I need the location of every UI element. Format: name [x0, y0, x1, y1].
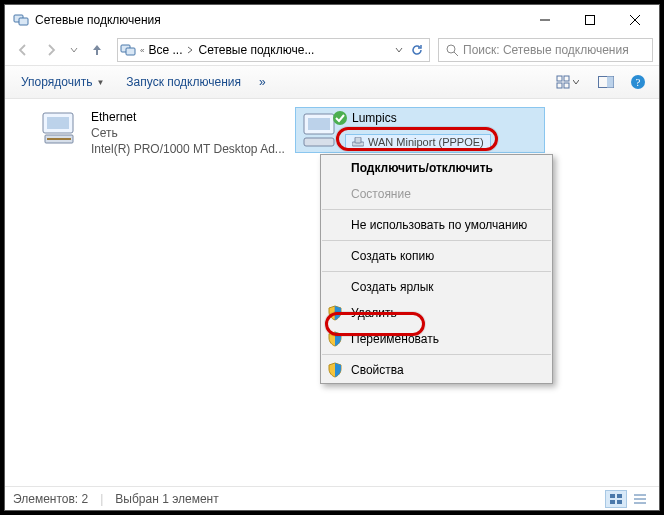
item-name: Ethernet [91, 109, 285, 125]
svg-rect-29 [617, 494, 622, 498]
search-input[interactable]: Поиск: Сетевые подключения [438, 38, 653, 62]
svg-rect-31 [617, 500, 622, 504]
network-icon [13, 12, 29, 28]
status-elements: Элементов: 2 [13, 492, 88, 506]
search-placeholder: Поиск: Сетевые подключения [463, 43, 629, 57]
svg-rect-28 [610, 494, 615, 498]
view-details[interactable] [629, 490, 651, 508]
toolbar: Упорядочить▼ Запуск подключения » ? [5, 65, 659, 99]
organize-button[interactable]: Упорядочить▼ [13, 71, 112, 93]
menu-properties[interactable]: Свойства [321, 357, 552, 383]
view-mode-split-button[interactable] [547, 71, 587, 93]
back-button[interactable] [11, 38, 35, 62]
menu-nodefault[interactable]: Не использовать по умолчанию [321, 212, 552, 238]
svg-rect-3 [585, 16, 594, 25]
svg-rect-23 [308, 118, 330, 130]
ethernet-icon [39, 109, 87, 149]
svg-rect-11 [564, 76, 569, 81]
preview-pane-button[interactable] [593, 71, 619, 93]
content-area[interactable]: Ethernet Сеть Intel(R) PRO/1000 MT Deskt… [5, 99, 659, 485]
shield-icon [327, 362, 343, 378]
address-dropdown[interactable] [395, 46, 403, 54]
forward-button[interactable] [39, 38, 63, 62]
svg-line-9 [454, 52, 458, 56]
svg-rect-10 [557, 76, 562, 81]
item-name: Lumpics [352, 110, 397, 126]
navigation-bar: « Все ... Сетевые подключе... Поиск: Сет… [5, 35, 659, 65]
menu-connect[interactable]: Подключить/отключить [321, 155, 552, 181]
close-button[interactable] [612, 6, 657, 34]
breadcrumb-2[interactable]: Сетевые подключе... [198, 43, 314, 57]
svg-rect-12 [557, 83, 562, 88]
menu-copy[interactable]: Создать копию [321, 243, 552, 269]
svg-rect-30 [610, 500, 615, 504]
svg-rect-15 [607, 77, 614, 88]
window-title: Сетевые подключения [35, 13, 522, 27]
refresh-button[interactable] [407, 43, 427, 57]
network-item-ethernet[interactable]: Ethernet Сеть Intel(R) PRO/1000 MT Deskt… [35, 107, 285, 159]
network-folder-icon [120, 42, 136, 58]
help-button[interactable]: ? [625, 71, 651, 93]
menu-delete[interactable]: Удалить [321, 300, 552, 326]
titlebar: Сетевые подключения [5, 5, 659, 35]
minimize-button[interactable] [522, 6, 567, 34]
status-bar: Элементов: 2 | Выбран 1 элемент [5, 486, 659, 510]
address-bar[interactable]: « Все ... Сетевые подключе... [117, 38, 430, 62]
breadcrumb-1[interactable]: Все ... [148, 43, 182, 57]
svg-rect-27 [355, 137, 361, 143]
menu-rename[interactable]: Переименовать [321, 326, 552, 352]
crumb-chevron[interactable] [186, 46, 194, 54]
menu-state: Состояние [321, 181, 552, 207]
svg-text:?: ? [636, 76, 641, 88]
network-connections-window: { "window": { "title": "Сетевые подключе… [4, 4, 660, 511]
phone-icon [352, 137, 364, 147]
status-selected: Выбран 1 элемент [115, 492, 218, 506]
menu-shortcut[interactable]: Создать ярлык [321, 274, 552, 300]
miniport-label: WAN Miniport (PPPOE) [345, 134, 491, 150]
crumb-sep: « [140, 46, 144, 55]
item-line2: Сеть [91, 125, 285, 141]
start-connection-button[interactable]: Запуск подключения [118, 71, 249, 93]
overflow-button[interactable]: » [255, 71, 270, 93]
shield-icon [327, 331, 343, 347]
svg-rect-13 [564, 83, 569, 88]
search-icon [445, 43, 459, 57]
dialup-icon [300, 110, 348, 150]
svg-rect-1 [19, 18, 28, 25]
shield-icon [327, 305, 343, 321]
context-menu: Подключить/отключить Состояние Не исполь… [320, 154, 553, 384]
svg-rect-19 [47, 117, 69, 129]
svg-rect-24 [304, 138, 334, 146]
history-dropdown[interactable] [67, 38, 81, 62]
svg-point-8 [447, 45, 455, 53]
item-line3: Intel(R) PRO/1000 MT Desktop Ad... [91, 141, 285, 157]
maximize-button[interactable] [567, 6, 612, 34]
view-large-icons[interactable] [605, 490, 627, 508]
up-button[interactable] [85, 38, 109, 62]
svg-point-25 [333, 111, 347, 125]
svg-rect-7 [126, 48, 135, 55]
